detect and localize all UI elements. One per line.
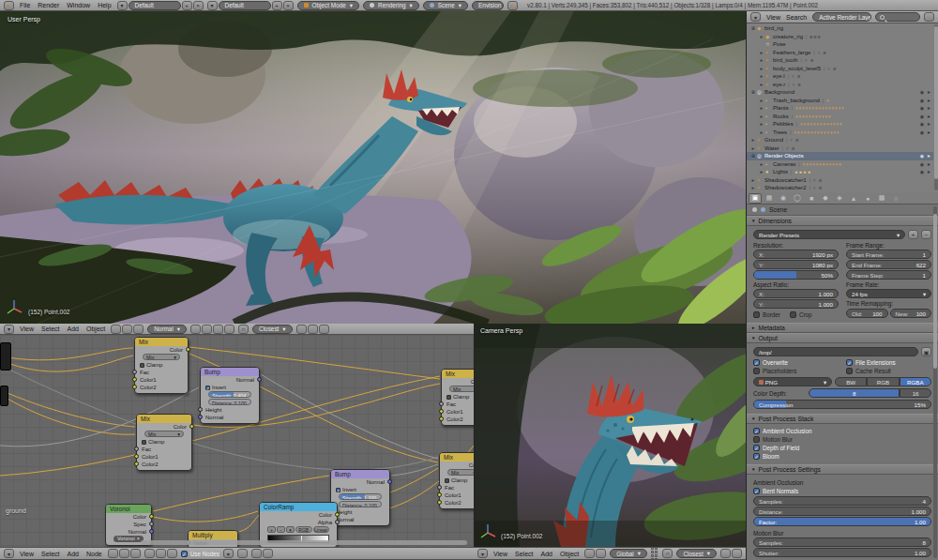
node-socket[interactable]	[198, 407, 203, 412]
mb-samples-field[interactable]: Samples: 8	[753, 537, 931, 547]
outliner-item-bird_tooth[interactable]: ▸▾bird_tooth|▿ ø	[747, 56, 933, 65]
header-button[interactable]	[308, 325, 318, 334]
tab-render[interactable]: ▣	[749, 193, 762, 204]
browse-scenes-icon[interactable]: ▾	[207, 1, 218, 10]
node-socket[interactable]	[437, 500, 442, 505]
node-socket[interactable]	[437, 492, 442, 497]
header-button[interactable]	[263, 549, 273, 558]
search-input[interactable]	[875, 12, 920, 22]
node-socket[interactable]	[134, 446, 139, 451]
node-mix[interactable]: MixColorMix▾ClampFacColor1Color2	[441, 369, 474, 426]
node-dropdown[interactable]: Mix▾	[447, 469, 474, 476]
menu-render[interactable]: Render	[38, 2, 59, 8]
scene-dropdown[interactable]: Default	[219, 1, 271, 10]
node-socket[interactable]	[149, 529, 154, 534]
ao-factor-slider[interactable]: Factor: 1.00	[753, 517, 931, 526]
aspect-y-field[interactable]: Y: 1.000	[753, 299, 839, 309]
eye-icon[interactable]: ◉	[920, 114, 924, 119]
layer-toggle[interactable]	[651, 551, 654, 553]
node-row[interactable]: Color2	[137, 461, 191, 468]
node-socket[interactable]	[198, 415, 203, 419]
tab-world[interactable]: ◯	[791, 193, 804, 204]
node-row[interactable]: Alpha	[260, 519, 337, 526]
ao-samples-field[interactable]: Samples: 4	[753, 496, 931, 506]
outliner-item-plants[interactable]: ▸•Plants|▾▾▾▾▾▾▾▾▾▾▾▾▾▾▾◉►	[747, 104, 933, 113]
eye-icon[interactable]: ◉	[920, 169, 924, 174]
node-dropdown[interactable]: Mix▾	[449, 386, 474, 392]
camera-viewport[interactable]: Camera Persp (152) Point.002	[474, 324, 746, 547]
placeholders-checkbox[interactable]: Placeholders	[753, 367, 839, 375]
node-socket[interactable]	[132, 385, 137, 389]
node-mix[interactable]: MixColorMix▾ClampFacColor1Color2	[136, 414, 192, 471]
bent-normals-checkbox[interactable]: ✓Bent Normals	[753, 487, 931, 495]
header-button[interactable]	[167, 549, 177, 558]
outliner-item-ground[interactable]: ▸▾Ground|▿ ø	[747, 136, 933, 144]
node-row[interactable]: Color	[442, 378, 474, 386]
resolution-y-field[interactable]: Y: 1080 px	[753, 260, 839, 269]
node-checkbox[interactable]	[140, 363, 144, 368]
cache-result-checkbox[interactable]: Cache Result	[846, 367, 931, 375]
mb-shutter-field[interactable]: Shutter: 1.00	[753, 548, 931, 557]
outliner-item-lights[interactable]: ▸●Lights|●●●●◉►	[747, 168, 933, 176]
outliner-item-feathers_large[interactable]: ▸▾Feathers_large|▿ ø	[747, 49, 933, 57]
header-button[interactable]	[144, 549, 155, 558]
node-row[interactable]: Fac	[135, 369, 188, 376]
node-dropdown[interactable]: Mix▾	[143, 354, 180, 360]
tab-material[interactable]: ●	[861, 193, 874, 204]
screen-layout-dropdown[interactable]: Default	[129, 1, 181, 10]
node-title[interactable]: Mix	[442, 370, 474, 378]
node-socket[interactable]	[437, 485, 442, 490]
layer-toggle[interactable]	[655, 551, 658, 553]
editor-type-button[interactable]: ▾	[4, 549, 14, 558]
node-slider[interactable]: Distance: 0.100	[339, 501, 382, 507]
outliner-item-trash_background[interactable]: ▸•Trash_background|▾◉►	[747, 97, 933, 105]
outliner-item-cameras[interactable]: ▸•Cameras|▾▾▾▾▾▾▾▾▾▾▾▾◉►	[747, 160, 933, 169]
node-row[interactable]: Color1	[440, 492, 474, 499]
menu-object[interactable]: Object	[560, 551, 579, 557]
node-row[interactable]: Strength: 0.404	[201, 391, 259, 399]
node-row[interactable]: +−▾RGBLinear	[260, 526, 337, 534]
node-socket[interactable]	[134, 462, 139, 466]
engine-dropdown[interactable]: Envision	[472, 1, 504, 10]
node-row[interactable]: Clamp	[135, 361, 188, 369]
rgb-button[interactable]: RGB	[867, 377, 899, 386]
node-editor[interactable]: MixColorMix▾ClampFacColor1Color2BumpNorm…	[0, 335, 474, 547]
node-row[interactable]: Distance: 0.100	[201, 399, 259, 406]
node-row[interactable]: Clamp	[440, 477, 474, 484]
tab-data[interactable]: ▲	[847, 193, 860, 204]
menu-add[interactable]: Add	[68, 551, 79, 557]
restrict-render-icon[interactable]: ►	[927, 98, 931, 103]
node-socket[interactable]	[189, 424, 194, 429]
menu-node[interactable]: Node	[86, 551, 102, 557]
node-dropdown[interactable]: Mix▾	[144, 431, 184, 437]
menu-view[interactable]: View	[766, 14, 780, 21]
node-socket[interactable]	[132, 370, 137, 374]
outliner-item-bird_rig[interactable]: ⊕◆bird_rig	[747, 24, 933, 33]
remap-new-field[interactable]: New: 100	[890, 309, 932, 318]
node-slider[interactable]: Distance: 0.100	[208, 399, 251, 405]
node-row[interactable]: Normal	[106, 528, 151, 536]
menu-select[interactable]: Select	[515, 551, 533, 557]
editor-type-button[interactable]: ▾	[4, 325, 14, 334]
display-mode-dropdown[interactable]: Active Render Layer▾	[812, 12, 871, 22]
node-row[interactable]: Spec	[106, 521, 151, 528]
outliner-item-render objects[interactable]: ⊕◎Render Objects◉►	[747, 152, 933, 160]
panel-metadata[interactable]: ►Metadata	[747, 323, 938, 333]
layer-toggle[interactable]	[651, 554, 654, 557]
layer-toggle[interactable]	[655, 547, 658, 550]
eye-icon[interactable]: ◉	[920, 153, 924, 159]
folder-icon[interactable]: ▣	[921, 347, 931, 356]
ramp-button[interactable]: ▾	[286, 526, 295, 533]
node-checkbox[interactable]	[142, 440, 146, 445]
add-screen-button[interactable]: +	[182, 1, 192, 10]
outliner-item-eye.l[interactable]: ▸▾eye.l|▿ ø	[747, 72, 933, 81]
delete-scene-button[interactable]: ×	[283, 1, 294, 10]
node-slider[interactable]: Strength: 1.100	[339, 493, 382, 500]
node-row[interactable]: Normal	[331, 478, 389, 486]
header-button[interactable]	[130, 549, 141, 558]
node-socket[interactable]	[335, 512, 340, 517]
resolution-x-field[interactable]: X: 1920 px	[753, 250, 839, 259]
node-editor-hscrollbar[interactable]	[141, 540, 467, 545]
node-row[interactable]: Color2	[442, 416, 474, 423]
layer-toggle[interactable]	[655, 554, 658, 557]
